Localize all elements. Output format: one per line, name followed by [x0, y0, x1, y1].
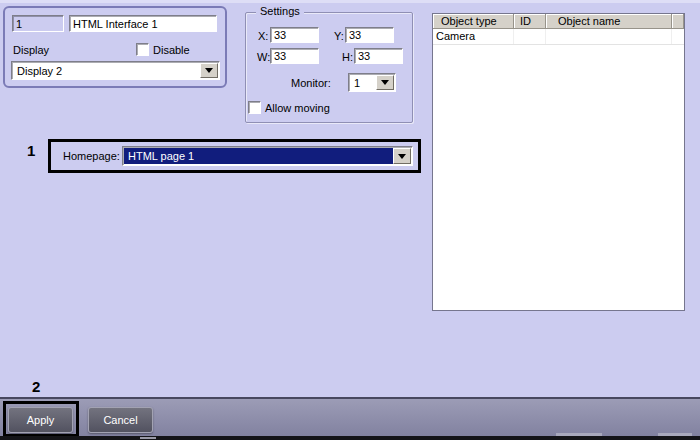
top-edge-highlight: [0, 0, 700, 3]
allow-moving-label: Allow moving: [265, 102, 330, 114]
monitor-select-value: 1: [350, 75, 376, 90]
cell-id: [514, 29, 546, 44]
cell-object-type: Camera: [433, 29, 514, 44]
dropdown-button[interactable]: [200, 63, 218, 78]
homepage-select[interactable]: HTML page 1: [122, 146, 413, 166]
column-header-id[interactable]: ID: [514, 14, 546, 29]
x-label: X:: [258, 30, 268, 42]
object-name-field[interactable]: [69, 15, 217, 32]
cell-object-name: [546, 29, 672, 44]
h-label: H:: [342, 51, 353, 63]
annotation-number-1: 1: [27, 142, 35, 159]
settings-group: Settings X: Y: W: H: Monitor: 1 Allow mo…: [245, 12, 413, 123]
h-field[interactable]: [354, 48, 403, 64]
dropdown-arrow-icon: [398, 154, 406, 159]
table-header-row: Object type ID Object name: [433, 14, 684, 29]
display-select[interactable]: Display 2: [11, 61, 220, 80]
dropdown-button[interactable]: [376, 75, 394, 90]
annotation-number-2: 2: [32, 378, 40, 395]
column-header-object-type[interactable]: Object type: [433, 14, 514, 29]
id-panel: Display Disable Display 2: [3, 6, 227, 88]
x-field[interactable]: [270, 27, 319, 43]
screen-artifact: [556, 433, 602, 436]
w-label: W:: [257, 51, 270, 63]
screen-artifact: [658, 433, 692, 436]
homepage-select-value: HTML page 1: [124, 148, 393, 164]
allow-moving-checkbox[interactable]: [248, 101, 261, 114]
settings-group-title: Settings: [256, 5, 304, 17]
disable-checkbox[interactable]: [136, 43, 149, 56]
w-field[interactable]: [270, 48, 319, 64]
bottom-edge: [0, 436, 700, 440]
table-row[interactable]: Camera: [433, 29, 684, 45]
column-header-object-name[interactable]: Object name: [546, 14, 672, 29]
object-table: Object type ID Object name Camera: [432, 13, 685, 311]
monitor-select[interactable]: 1: [348, 73, 396, 92]
dropdown-button[interactable]: [393, 148, 411, 164]
display-select-value: Display 2: [13, 63, 200, 78]
y-label: Y:: [334, 30, 344, 42]
dropdown-arrow-icon: [381, 80, 389, 85]
dropdown-arrow-icon: [205, 68, 213, 73]
disable-label: Disable: [153, 44, 190, 56]
column-header-spacer: [672, 14, 684, 29]
homepage-label: Homepage:: [63, 150, 120, 162]
monitor-label: Monitor:: [291, 77, 331, 89]
display-label: Display: [13, 44, 49, 56]
screen-artifact: [140, 437, 156, 439]
apply-button[interactable]: Apply: [8, 407, 73, 433]
y-field[interactable]: [345, 27, 394, 43]
cancel-button[interactable]: Cancel: [88, 407, 153, 433]
object-id-field[interactable]: [12, 15, 64, 32]
